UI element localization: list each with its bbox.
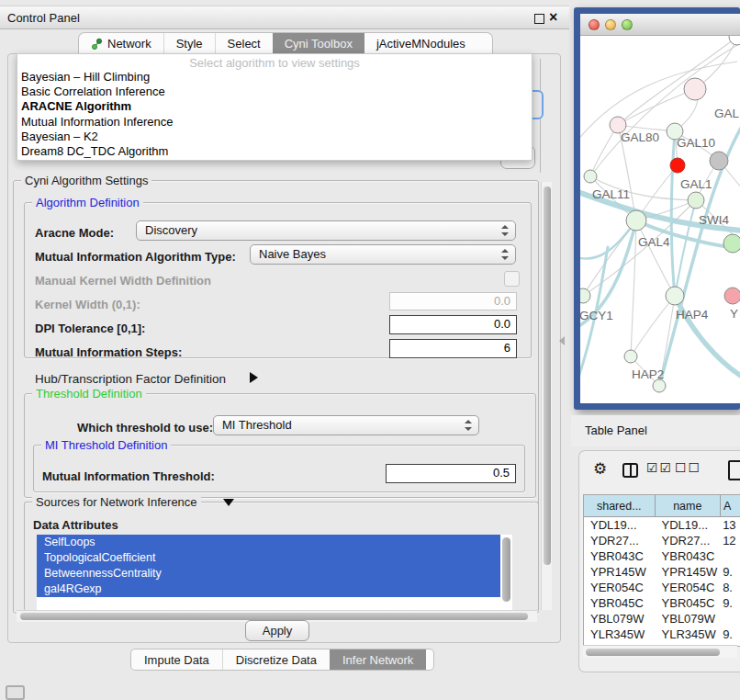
cell: YBR045C — [584, 595, 656, 611]
algorithm-option[interactable]: Bayesian – K2 — [17, 130, 532, 144]
node[interactable] — [723, 234, 740, 253]
algorithm-option[interactable]: Dream8 DC_TDC Algorithm — [17, 144, 532, 159]
which-threshold-select[interactable]: MI Threshold — [213, 415, 479, 435]
attribute-item-selected[interactable]: gal4RGexp — [37, 581, 500, 597]
mi-steps-field[interactable]: 6 — [389, 339, 517, 358]
node-gal1[interactable] — [688, 192, 704, 209]
dpi-tolerance-field[interactable]: 0.0 — [389, 315, 517, 334]
splitter-collapse-icon[interactable] — [559, 336, 565, 345]
select-all-icon[interactable]: ☑☑ — [646, 460, 673, 475]
node-gal4[interactable] — [626, 210, 646, 231]
apply-button[interactable]: Apply — [245, 620, 309, 641]
node-label: GAL80 — [621, 130, 659, 144]
table-row[interactable]: YBL079W YBL079W — [584, 611, 740, 627]
tab-cyni-toolbox[interactable]: Cyni Toolbox — [273, 33, 364, 54]
algorithm-option-selected[interactable]: ARACNE Algorithm — [17, 99, 532, 114]
scrollbar-thumb[interactable] — [586, 649, 720, 656]
tab-label: Style — [176, 37, 203, 51]
node[interactable] — [684, 78, 706, 100]
cell: YPR145W — [584, 564, 656, 580]
tab-label: Cyni Toolbox — [285, 37, 353, 51]
data-attributes-list[interactable]: SelfLoops TopologicalCoefficient Between… — [37, 535, 512, 610]
tab-network[interactable]: Network — [79, 33, 163, 54]
spinner-arrows-icon — [501, 225, 509, 236]
kernel-width-field[interactable]: 0.0 — [389, 292, 517, 310]
cell: YDL19... — [584, 517, 656, 533]
tab-infer-network[interactable]: Infer Network — [330, 649, 426, 670]
group-title: MI Threshold Definition — [41, 438, 171, 452]
algorithm-option[interactable]: Bayesian – Hill Climbing — [17, 70, 532, 85]
dpi-tolerance-label: DPI Tolerance [0,1]: — [35, 322, 145, 335]
scrollbar-thumb[interactable] — [544, 186, 551, 565]
network-icon — [91, 38, 103, 51]
node-gcy1[interactable] — [580, 288, 590, 303]
table-row[interactable]: YDL19... YDL19... 13 — [584, 517, 740, 533]
table-row[interactable]: YBR043C YBR043C — [584, 548, 740, 564]
tab-jactivemnodules[interactable]: jActiveMNodules — [364, 33, 477, 54]
close-traffic-light-icon[interactable] — [589, 19, 600, 30]
scrollbar-thumb[interactable] — [20, 613, 528, 620]
collapse-down-icon[interactable] — [223, 499, 234, 506]
mi-threshold-field[interactable]: 0.5 — [386, 464, 516, 483]
algorithm-option[interactable]: Mutual Information Inference — [17, 115, 532, 130]
node-gray[interactable] — [710, 152, 728, 170]
mi-algorithm-type-label: Mutual Information Algorithm Type: — [35, 250, 236, 264]
float-window-icon[interactable] — [534, 14, 544, 24]
attribute-item-selected[interactable]: TopologicalCoefficient — [37, 550, 500, 566]
aracne-mode-select[interactable]: Discovery — [136, 220, 516, 241]
column-header[interactable]: name — [656, 495, 722, 516]
cell: 8. — [721, 580, 740, 595]
tab-select[interactable]: Select — [215, 33, 273, 54]
table-row[interactable]: YDR27... YDR27... 12 — [584, 533, 740, 548]
control-panel: Control Panel × Network Style Select Cyn… — [0, 6, 569, 672]
node[interactable] — [653, 379, 666, 392]
settings-vertical-scrollbar[interactable] — [541, 182, 552, 610]
node-hap2[interactable] — [624, 350, 637, 363]
tab-style[interactable]: Style — [163, 33, 215, 54]
columns-icon[interactable] — [622, 463, 638, 478]
expand-right-icon[interactable] — [250, 372, 258, 383]
tab-discretize-data[interactable]: Discretize Data — [222, 649, 330, 670]
deselect-all-icon[interactable]: ☐☐ — [675, 460, 701, 475]
list-scrollbar-thumb[interactable] — [502, 537, 510, 602]
table-row[interactable]: YER054C YER054C 8. — [584, 580, 740, 595]
manual-kernel-width-label: Manual Kernel Width Definition — [35, 274, 211, 288]
kernel-width-label: Kernel Width (0,1): — [35, 298, 140, 311]
export-table-icon[interactable] — [728, 460, 740, 480]
attribute-item-selected[interactable]: BetweennessCentrality — [37, 566, 500, 581]
network-canvas[interactable]: GAL GAL80 GAL10 GAL1 GAL11 SWI4 GAL4 GCY… — [580, 36, 740, 403]
node-gal11[interactable] — [584, 170, 597, 183]
cell: YBR043C — [656, 548, 722, 564]
cell: 9. — [721, 595, 740, 611]
selected-value: Discovery — [145, 223, 197, 237]
zoom-traffic-light-icon[interactable] — [622, 19, 633, 30]
attribute-item-selected[interactable]: SelfLoops — [37, 535, 500, 550]
table-horizontal-scrollbar[interactable] — [583, 645, 737, 658]
column-header[interactable]: A — [721, 495, 740, 516]
node-hap4[interactable] — [666, 287, 684, 305]
minimize-traffic-light-icon[interactable] — [605, 19, 616, 30]
gear-icon[interactable]: ⚙ — [593, 459, 607, 479]
cell: YDL19... — [656, 517, 722, 533]
table-row[interactable]: YLR345W YLR345W 9. — [584, 627, 740, 642]
tab-label: jActiveMNodules — [376, 37, 465, 51]
node[interactable] — [729, 36, 740, 45]
manual-kernel-width-checkbox[interactable] — [504, 271, 520, 287]
tab-impute-data[interactable]: Impute Data — [131, 649, 222, 670]
mi-algorithm-type-select[interactable]: Naive Bayes — [250, 244, 516, 265]
close-icon[interactable]: × — [549, 8, 557, 27]
minimized-window-icon[interactable] — [6, 685, 25, 700]
network-window-titlebar[interactable] — [580, 14, 740, 36]
algorithm-option[interactable]: Basic Correlation Inference — [17, 85, 532, 99]
node-selected-red[interactable] — [670, 158, 685, 173]
spinner-arrows-icon — [465, 420, 472, 431]
column-header[interactable]: shared... — [584, 495, 656, 516]
table-row[interactable]: YBR045C YBR045C 9. — [584, 595, 740, 611]
node-pink[interactable] — [724, 288, 740, 304]
data-attributes-label: Data Attributes — [33, 518, 118, 532]
network-view-window[interactable]: GAL GAL80 GAL10 GAL1 GAL11 SWI4 GAL4 GCY… — [574, 7, 740, 410]
group-title: Cyni Algorithm Settings — [21, 174, 151, 187]
node-label: HAP4 — [676, 308, 709, 322]
node-table: shared... name A YDL19... YDL19... 13 YD… — [583, 494, 740, 647]
table-row[interactable]: YPR145W YPR145W 9. — [584, 564, 740, 580]
